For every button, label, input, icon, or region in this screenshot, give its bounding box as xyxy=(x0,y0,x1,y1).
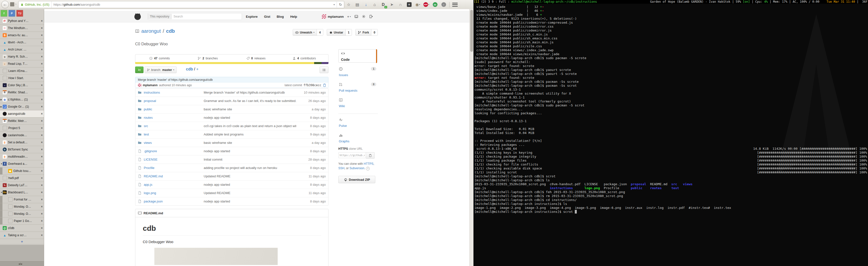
repo-owner-link[interactable]: aarongut xyxy=(141,28,161,34)
file-commit-message[interactable]: nodejs app started xyxy=(204,116,296,120)
tab-item[interactable]: ▶ ❑ Google Gr… (1) × xyxy=(0,103,44,110)
file-name-link[interactable]: Procfile xyxy=(144,166,200,170)
file-name-link[interactable]: routes xyxy=(144,116,200,120)
tab-close-icon[interactable]: × xyxy=(40,184,43,187)
branch-selector[interactable]: branch: master ▾ xyxy=(145,67,177,73)
tab-item[interactable]: caolan/node… × xyxy=(0,132,44,139)
stat-item[interactable]: 0releases xyxy=(232,55,280,62)
nav-link[interactable]: Help xyxy=(290,15,297,19)
file-name-link[interactable]: app.js xyxy=(144,183,200,187)
nav-link[interactable]: Explore xyxy=(246,15,258,19)
file-commit-message[interactable]: Initial commit xyxy=(204,158,296,161)
tab-item[interactable]: ≣ Set a default… × xyxy=(0,139,44,146)
action-button[interactable]: Fork xyxy=(355,29,371,35)
tab-close-icon[interactable]: × xyxy=(40,155,43,158)
terminal-body[interactable]: views/base.jade | 12 +- views/index.jade… xyxy=(474,5,867,214)
file-commit-message[interactable]: Updated README xyxy=(204,174,296,178)
clone-url-input[interactable] xyxy=(338,152,366,158)
sidebar-item[interactable]: 0 Pull requests xyxy=(338,82,378,93)
send-page-icon[interactable]: ➤ xyxy=(389,2,395,8)
file-row[interactable]: LICENSE Initial commit 28 days ago xyxy=(135,155,328,164)
tab-close-icon[interactable]: × xyxy=(40,148,43,151)
file-row[interactable]: proposal Grammar and such. As far as I c… xyxy=(135,97,328,105)
file-commit-message[interactable]: Grammar and such. As far as I can tell, … xyxy=(204,99,296,103)
new-repo-button[interactable]: +▾ xyxy=(347,15,351,19)
file-commit-message[interactable]: Updated README xyxy=(204,191,296,195)
new-file-button[interactable]: + xyxy=(196,67,198,71)
tab-close-icon[interactable]: × xyxy=(40,98,43,101)
sidebar-item[interactable]: Pulse xyxy=(338,113,378,128)
compare-button[interactable] xyxy=(135,67,144,73)
download-zip-button[interactable]: Download ZIP xyxy=(338,176,375,183)
adblock-plus-icon[interactable]: ABP ▾ xyxy=(424,2,429,8)
tab-item[interactable]: ✎ Detexify LaT… × xyxy=(0,182,44,189)
tab-item[interactable]: ∷ The Mindfuln… × xyxy=(0,25,44,32)
stat-item[interactable]: 2branches xyxy=(184,55,232,62)
tab-close-icon[interactable]: × xyxy=(40,205,43,208)
tab-close-icon[interactable]: × xyxy=(40,33,43,37)
file-row[interactable]: routes nodejs app started 8 days ago xyxy=(135,113,328,122)
action-button[interactable]: Unwatch ▾ xyxy=(293,29,317,35)
action-count[interactable]: 0 xyxy=(371,29,377,35)
file-name-link[interactable]: instructions xyxy=(144,91,200,94)
tab-close-icon[interactable]: × xyxy=(40,141,43,144)
tab-close-icon[interactable]: × xyxy=(40,69,43,73)
file-row[interactable]: app.js nodejs app started 8 days ago xyxy=(135,180,328,189)
home-icon[interactable]: ⌂ xyxy=(372,2,377,8)
commit-author-avatar[interactable] xyxy=(138,84,141,87)
file-row[interactable]: test Added simple test programs 9 days a… xyxy=(135,130,328,138)
tab-item[interactable]: IT Python and Y… × xyxy=(0,18,44,25)
nav-link[interactable]: Gist xyxy=(264,15,270,19)
tab-close-icon[interactable]: × xyxy=(40,126,43,130)
file-name-link[interactable]: logo.png xyxy=(144,191,200,195)
sidebar-item[interactable]: 1 Issues xyxy=(338,67,378,77)
tab-close-icon[interactable]: × xyxy=(40,233,43,237)
breadcrumb-repo-link[interactable]: cdb xyxy=(186,67,193,71)
file-name-link[interactable]: README.md xyxy=(144,174,200,178)
file-row[interactable]: instructions Merge branch 'master' of ht… xyxy=(135,89,328,97)
nav-link[interactable]: Blog xyxy=(277,15,284,19)
tab-close-icon[interactable]: × xyxy=(40,91,43,94)
session-manager-icon[interactable] xyxy=(10,2,14,6)
tab-item[interactable]: ▲ libvirt - Arch… × xyxy=(0,39,44,46)
tab-close-icon[interactable]: × xyxy=(40,48,43,51)
greasemonkey-icon[interactable]: ◉ ▾ xyxy=(415,2,421,8)
tab-close-icon[interactable]: × xyxy=(40,198,43,201)
commit-sha[interactable]: ffb398cecc xyxy=(304,84,321,87)
tab-item[interactable]: ◆ Harry R. Sch… × xyxy=(0,53,44,60)
action-count[interactable]: 1 xyxy=(345,29,352,35)
sidebar-item-code[interactable]: Code xyxy=(338,49,377,63)
tab-close-icon[interactable]: × xyxy=(40,191,43,194)
tab-item[interactable]: How I Start. × xyxy=(0,75,44,82)
file-commit-message[interactable]: nodejs app started xyxy=(204,183,296,187)
file-commit-message[interactable]: adding procfile so project will actually… xyxy=(204,166,296,170)
sidebar-item[interactable]: Wiki xyxy=(338,98,378,108)
file-commit-message[interactable]: Merge branch 'master' of https://github.… xyxy=(204,91,296,94)
sign-out-icon[interactable] xyxy=(369,14,373,19)
copy-sha-icon[interactable] xyxy=(323,84,326,87)
file-name-link[interactable]: package.json xyxy=(144,199,200,203)
file-row[interactable]: .gitignore nodejs app started 8 days ago xyxy=(135,147,328,155)
tab-item[interactable]: Format for … × xyxy=(0,196,44,203)
github-logo-icon[interactable] xyxy=(134,12,142,21)
terminal-window[interactable]: [1] (2) 3 9 : Full : mitchell@mitchell-l… xyxy=(473,0,868,266)
menu-icon[interactable] xyxy=(452,3,458,7)
tab-item[interactable]: ▲ Taking a scr… × xyxy=(0,232,44,239)
tab-item[interactable]: R ReMix: Metr… × xyxy=(0,118,44,125)
tab-item[interactable]: ▼ f Overheard a… × xyxy=(0,160,44,167)
android-sync-icon[interactable]: ∩ xyxy=(398,2,403,8)
commit-author[interactable]: mplamann xyxy=(143,84,158,87)
tab-item[interactable]: ▣ Github Issu… × xyxy=(0,167,44,175)
sidebar-toggle-icon[interactable] xyxy=(19,263,22,265)
clipboard-icon[interactable]: ▤ xyxy=(354,2,360,8)
scrollbar-thumb[interactable] xyxy=(470,10,473,52)
tab-item[interactable]: Project 5 × xyxy=(0,125,44,132)
tab-close-icon[interactable]: × xyxy=(40,105,43,108)
new-tab-button[interactable]: + xyxy=(0,239,44,244)
tab-item[interactable]: ● Color Sky | B… × xyxy=(0,82,44,89)
file-commit-message[interactable]: nodejs app started xyxy=(204,149,296,153)
tab-item[interactable]: Monday, O… × xyxy=(0,203,44,210)
tab-close-icon[interactable]: × xyxy=(40,212,43,215)
avatar[interactable] xyxy=(322,14,326,19)
tab-close-icon[interactable]: × xyxy=(40,62,43,66)
